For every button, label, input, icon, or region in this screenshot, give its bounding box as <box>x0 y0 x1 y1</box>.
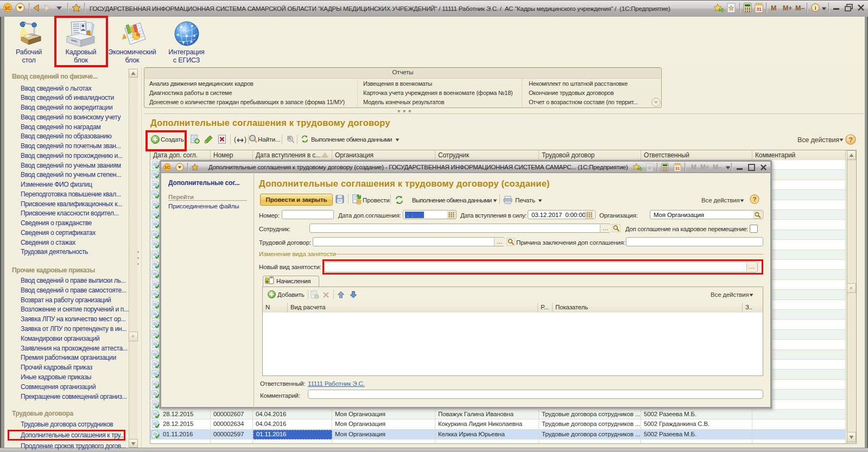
svg-text:1C: 1C <box>164 165 170 170</box>
svg-text:31: 31 <box>675 166 680 171</box>
svg-text:31: 31 <box>756 7 762 12</box>
svg-text:?: ? <box>752 195 756 202</box>
svg-text:1C: 1C <box>4 5 11 11</box>
svg-text:?: ? <box>848 136 853 144</box>
svg-text:i: i <box>815 5 816 11</box>
